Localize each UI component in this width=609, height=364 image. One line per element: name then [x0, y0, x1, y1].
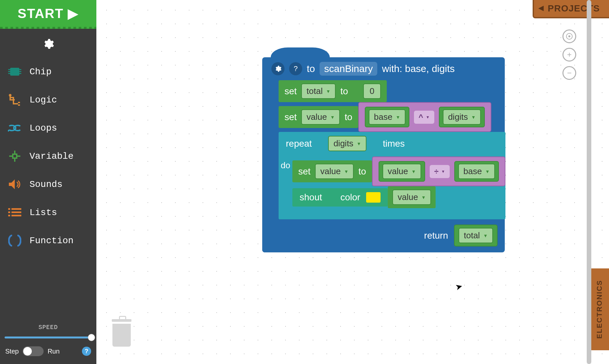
category-variable[interactable]: Variable — [0, 142, 96, 170]
shout-keyword: shout — [300, 192, 322, 203]
zoom-in-button[interactable]: + — [562, 48, 576, 62]
function-name-field[interactable]: scanBinary — [320, 62, 377, 76]
function-definition-block[interactable]: ? to scanBinary with: base, digits set t… — [262, 57, 505, 252]
help-button[interactable]: ? — [82, 347, 91, 356]
set-total-block[interactable]: set total▼ to 0 — [279, 80, 387, 102]
variable-dropdown-total[interactable]: total▼ — [459, 228, 493, 243]
category-label: Lists — [29, 208, 57, 218]
step-run-toggle[interactable] — [23, 346, 44, 356]
speed-panel: SPEED Step Run ? — [0, 321, 96, 364]
svg-rect-13 — [11, 215, 21, 216]
block-help-icon[interactable]: ? — [289, 62, 302, 75]
speed-slider[interactable] — [5, 337, 92, 338]
category-label: Logic — [29, 95, 57, 105]
toggle-thumb[interactable] — [23, 347, 32, 355]
variable-dropdown-digits[interactable]: digits▼ — [328, 136, 366, 151]
cursor-icon: ➤ — [454, 281, 463, 293]
svg-rect-8 — [8, 208, 10, 210]
svg-rect-6 — [19, 73, 21, 74]
sounds-icon — [8, 177, 22, 191]
variable-dropdown-value[interactable]: value▼ — [392, 190, 431, 205]
start-button[interactable]: START ▶ — [0, 0, 96, 29]
electronics-label: ELECTRONICS — [595, 280, 604, 339]
svg-point-15 — [568, 35, 570, 37]
number-field[interactable]: 0 — [363, 83, 381, 99]
chip-icon — [8, 65, 22, 79]
scrollbar-thumb[interactable] — [587, 0, 591, 364]
set-keyword: set — [285, 86, 297, 97]
svg-rect-1 — [8, 69, 10, 70]
category-label: Chip — [29, 67, 51, 77]
svg-rect-4 — [19, 69, 21, 70]
operator-dropdown[interactable]: ÷ ▼ — [430, 165, 450, 178]
electronics-tab[interactable]: ELECTRONICS — [589, 268, 609, 350]
svg-rect-9 — [11, 208, 21, 210]
category-label: Function — [29, 236, 73, 246]
do-keyword: do — [279, 155, 292, 209]
vertical-scrollbar[interactable] — [587, 0, 591, 364]
category-function[interactable]: Function — [0, 227, 96, 255]
category-list: Chip Logic Loops Variable Sounds Lists F… — [0, 58, 96, 321]
to-label: to — [307, 63, 315, 74]
category-chip[interactable]: Chip — [0, 58, 96, 86]
variable-dropdown-base[interactable]: base▼ — [458, 164, 495, 179]
variable-dropdown-digits[interactable]: digits▼ — [443, 109, 481, 125]
svg-rect-12 — [8, 215, 10, 216]
shout-block[interactable]: shout color — [292, 188, 388, 207]
workspace[interactable]: PROJECTS ELECTRONICS + − ? to scanBinary… — [96, 0, 609, 364]
block-stack[interactable]: ? to scanBinary with: base, digits set t… — [262, 57, 505, 252]
set-keyword: set — [285, 112, 297, 122]
variable-icon — [8, 149, 22, 163]
category-loops[interactable]: Loops — [0, 114, 96, 142]
projects-tab[interactable]: PROJECTS — [533, 0, 609, 18]
set-value-divide-block[interactable]: set value▼ to — [292, 160, 372, 182]
to-keyword: to — [344, 112, 352, 122]
function-icon — [8, 234, 22, 247]
svg-point-7 — [9, 94, 11, 97]
svg-rect-11 — [11, 211, 21, 213]
zoom-out-button[interactable]: − — [562, 66, 576, 80]
run-label: Run — [48, 348, 60, 355]
variable-dropdown-total[interactable]: total▼ — [301, 83, 336, 99]
zoom-center-button[interactable] — [562, 29, 576, 43]
gear-icon[interactable] — [42, 38, 54, 51]
repeat-block[interactable]: repeat digits▼ times do set — [279, 132, 505, 219]
with-label: with: base, digits — [382, 63, 455, 74]
speed-label: SPEED — [3, 324, 94, 331]
trash-icon[interactable] — [110, 319, 133, 349]
return-value-slot[interactable]: total▼ — [454, 225, 498, 246]
color-keyword: color — [341, 192, 361, 203]
set-value-block[interactable]: set value▼ to — [279, 106, 358, 128]
times-keyword: times — [383, 138, 405, 149]
color-swatch[interactable] — [366, 192, 381, 203]
svg-rect-2 — [8, 71, 10, 72]
to-keyword: to — [358, 166, 366, 177]
variable-dropdown-value[interactable]: value▼ — [383, 164, 421, 179]
block-settings-icon[interactable] — [271, 62, 285, 75]
category-sounds[interactable]: Sounds — [0, 170, 96, 198]
to-keyword: to — [340, 86, 348, 97]
variable-dropdown-value[interactable]: value▼ — [301, 109, 340, 125]
logic-icon — [8, 93, 22, 107]
return-keyword: return — [424, 230, 448, 241]
math-power-block[interactable]: base▼ ^ ▼ digits▼ — [358, 102, 492, 132]
lists-icon — [8, 206, 22, 219]
loops-icon — [8, 121, 22, 135]
variable-dropdown-value[interactable]: value▼ — [315, 164, 354, 179]
set-keyword: set — [298, 166, 310, 177]
category-lists[interactable]: Lists — [0, 198, 96, 227]
variable-dropdown-base[interactable]: base▼ — [369, 109, 405, 125]
category-logic[interactable]: Logic — [0, 86, 96, 114]
math-divide-block[interactable]: value▼ ÷ ▼ base▼ — [372, 156, 505, 186]
svg-rect-3 — [8, 73, 10, 74]
step-label: Step — [5, 348, 19, 355]
operator-dropdown[interactable]: ^ ▼ — [414, 111, 434, 124]
repeat-keyword: repeat — [286, 138, 312, 149]
category-label: Sounds — [29, 179, 63, 190]
slider-thumb[interactable] — [88, 334, 95, 341]
svg-rect-10 — [8, 211, 10, 213]
value-reporter[interactable]: value▼ — [388, 186, 436, 208]
svg-rect-0 — [10, 68, 19, 76]
sidebar: START ▶ Chip Logic Loops Variable Sounds — [0, 0, 96, 364]
category-label: Loops — [29, 123, 57, 133]
